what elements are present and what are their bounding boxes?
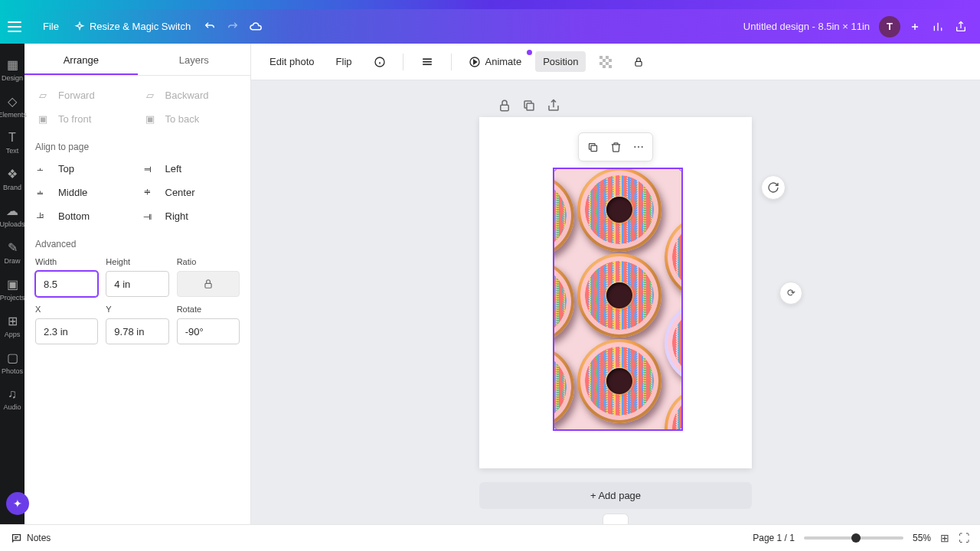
info-button[interactable] (366, 51, 394, 73)
svg-rect-4 (423, 64, 432, 65)
y-input[interactable] (106, 318, 168, 344)
footer-bar: Notes Page 1 / 1 55% ⊞ ⛶ (0, 524, 980, 551)
resize-handle-mt[interactable] (612, 168, 623, 168)
align-middle-button[interactable]: ⫨Middle (35, 181, 133, 204)
trash-icon (610, 142, 622, 153)
animate-button[interactable]: Animate (461, 51, 530, 73)
page-lock-icon[interactable] (498, 99, 511, 112)
rotate-input[interactable] (177, 318, 240, 344)
sidebar-item-uploads[interactable]: ☁Uploads (0, 197, 24, 234)
align-left-button[interactable]: ⫤Left (142, 157, 240, 181)
rotate-handle[interactable]: ⟳ (779, 282, 802, 305)
user-avatar[interactable]: T (879, 16, 900, 37)
sidebar-item-projects[interactable]: ▣Projects (0, 271, 24, 308)
notes-button[interactable]: Notes (11, 533, 51, 544)
height-label: Height (106, 257, 168, 266)
to-front-button[interactable]: ▣To front (35, 107, 133, 131)
file-menu[interactable]: File (35, 16, 67, 37)
selected-image[interactable] (553, 168, 683, 431)
lock-button[interactable] (626, 52, 652, 72)
redo-icon (227, 21, 239, 33)
resize-magic-switch-button[interactable]: Resize & Magic Switch (67, 16, 198, 37)
design-icon: ▦ (7, 57, 18, 72)
regenerate-button[interactable] (761, 175, 786, 200)
hamburger-icon[interactable] (8, 21, 21, 32)
list-toggle-button[interactable] (413, 52, 442, 72)
svg-rect-16 (501, 105, 509, 111)
resize-handle-mb[interactable] (612, 430, 623, 431)
transparency-button[interactable] (592, 51, 619, 73)
resize-handle-tr[interactable] (679, 168, 683, 171)
resize-handle-br[interactable] (679, 427, 683, 431)
add-collaborator-button[interactable] (903, 15, 926, 38)
grid-view-button[interactable]: ⊞ (940, 532, 949, 544)
fullscreen-button[interactable]: ⛶ (959, 532, 969, 544)
tab-arrange[interactable]: Arrange (24, 44, 138, 75)
width-label: Width (35, 257, 98, 266)
align-middle-icon: ⫨ (35, 187, 51, 198)
resize-handle-mr[interactable] (682, 294, 683, 305)
sidebar-item-audio[interactable]: ♫Audio (0, 381, 24, 417)
duplicate-button[interactable] (583, 138, 602, 156)
flip-button[interactable]: Flip (328, 51, 360, 72)
align-top-icon: ⫠ (35, 163, 51, 174)
sidebar-item-text[interactable]: TText (0, 125, 24, 161)
edit-photo-button[interactable]: Edit photo (262, 51, 322, 72)
copy-icon (587, 142, 599, 153)
sidebar-item-apps[interactable]: ⊞Apps (0, 308, 24, 344)
zoom-slider[interactable] (804, 536, 903, 540)
align-center-button[interactable]: ⫩Center (142, 181, 240, 204)
sidebar-item-photos[interactable]: ▢Photos (0, 344, 24, 381)
audio-icon: ♫ (8, 387, 17, 401)
width-input[interactable] (35, 271, 98, 297)
sidebar-item-design[interactable]: ▦Design (0, 51, 24, 88)
backward-button[interactable]: ▱Backward (142, 83, 240, 107)
page-tab-handle[interactable] (603, 514, 629, 524)
photos-icon: ▢ (7, 350, 18, 365)
height-input[interactable] (106, 271, 168, 297)
text-icon: T (8, 131, 16, 145)
svg-rect-14 (609, 65, 612, 68)
x-input[interactable] (35, 318, 98, 344)
svg-rect-2 (423, 58, 432, 60)
svg-rect-9 (603, 59, 606, 62)
sidebar-item-brand[interactable]: ❖Brand (0, 161, 24, 197)
analytics-button[interactable] (926, 15, 949, 38)
add-page-button[interactable]: + Add page (479, 482, 752, 509)
resize-handle-tl[interactable] (553, 168, 557, 171)
sparkle-icon (74, 21, 85, 32)
align-top-button[interactable]: ⫠Top (35, 157, 133, 181)
resize-handle-ml[interactable] (553, 294, 554, 305)
delete-button[interactable] (606, 138, 625, 156)
svg-rect-7 (599, 56, 603, 59)
canvas-area: Edit photo Flip Animate Position ⋯ (251, 44, 980, 524)
export-page-icon[interactable] (547, 99, 560, 112)
plus-icon (910, 21, 920, 32)
magic-button[interactable]: ✦ (6, 492, 29, 515)
draw-icon: ✎ (8, 240, 18, 255)
redo-button[interactable] (221, 15, 244, 38)
position-button[interactable]: Position (535, 51, 586, 72)
document-title[interactable]: Untitled design - 8.5in × 11in (743, 21, 870, 32)
align-bottom-button[interactable]: ⫡Bottom (35, 204, 133, 228)
duplicate-page-icon[interactable] (522, 99, 536, 112)
share-button[interactable] (949, 15, 972, 38)
align-right-button[interactable]: ⫣Right (142, 204, 240, 228)
more-button[interactable]: ⋯ (629, 138, 648, 156)
canvas-page[interactable]: ⋯ (479, 117, 752, 468)
zoom-thumb[interactable] (851, 533, 861, 543)
ratio-lock-button[interactable] (177, 271, 240, 297)
zoom-value[interactable]: 55% (913, 533, 931, 543)
tab-layers[interactable]: Layers (138, 44, 251, 75)
undo-button[interactable] (198, 15, 221, 38)
projects-icon: ▣ (7, 277, 18, 292)
svg-rect-13 (603, 65, 606, 68)
resize-handle-bl[interactable] (553, 427, 557, 431)
top-menubar: File Resize & Magic Switch Untitled desi… (0, 9, 980, 44)
sidebar-item-elements[interactable]: ◇Elements (0, 88, 24, 125)
cloud-sync-button[interactable] (244, 15, 267, 38)
forward-button[interactable]: ▱Forward (35, 83, 133, 107)
sidebar-item-draw[interactable]: ✎Draw (0, 234, 24, 271)
svg-rect-11 (599, 62, 603, 65)
to-back-button[interactable]: ▣To back (142, 107, 240, 131)
